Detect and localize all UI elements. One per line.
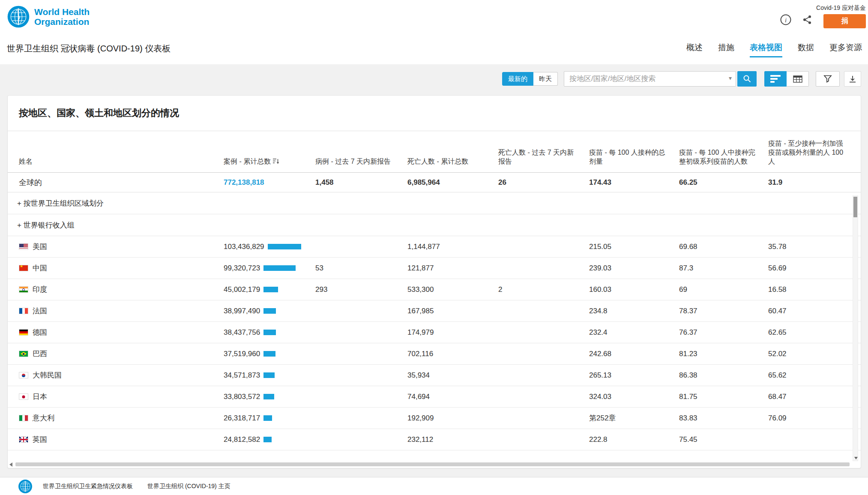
country-name: 英国 [33, 435, 47, 444]
deaths-total: 232,112 [407, 429, 498, 450]
nav-table-view[interactable]: 表格视图 [750, 42, 782, 57]
download-button[interactable] [844, 71, 861, 87]
who-logo-text: World Health Organization [34, 7, 90, 27]
scroll-down-arrow-icon[interactable] [854, 457, 858, 459]
horizontal-scrollbar[interactable] [9, 462, 850, 467]
deaths-7d [498, 365, 589, 386]
col-header-cases-7d: 病例 - 过去 7 天内新报告 [315, 131, 407, 173]
vax-primary: 86.38 [679, 365, 768, 386]
column-header-row: 姓名 案例 - 累计总数 病例 - 过去 7 天内新报告 死亡人数 - 累计总数… [8, 131, 861, 173]
bar-chart-icon [770, 75, 781, 83]
footer-link-emergencies-dashboard[interactable]: 世界卫生组织卫生紧急情况仪表板 [43, 483, 133, 490]
cases-7d [315, 322, 407, 343]
cases-bar [263, 330, 276, 335]
deaths-total: 1,144,877 [407, 236, 498, 258]
sort-icon[interactable] [272, 158, 279, 165]
table-row[interactable]: 印度45,002,179293533,3002160.036916.58 [8, 279, 861, 300]
cases-bar [263, 351, 275, 357]
search-button[interactable] [737, 71, 757, 87]
horizontal-scrollbar-thumb[interactable] [15, 462, 850, 466]
vertical-scrollbar[interactable] [853, 195, 858, 461]
vax-booster: 62.65 [768, 322, 861, 343]
deaths-total: 702,116 [407, 343, 498, 365]
info-icon[interactable]: i [780, 14, 792, 26]
table-row[interactable]: 中国99,320,72353121,877239.0387.356.69 [8, 258, 861, 279]
country-name: 印度 [33, 285, 47, 294]
table-row[interactable]: 美国103,436,8291,144,877215.0569.6835.78 [8, 236, 861, 258]
table-view-button[interactable] [787, 71, 809, 87]
cases-total: 99,320,723 [224, 264, 260, 272]
who-footer-emblem-icon [18, 479, 33, 494]
table-row[interactable]: 法国38,997,490167,985234.878.3760.47 [8, 300, 861, 322]
cases-bar [263, 287, 278, 292]
fund-label: Covid-19 应对基金 [816, 4, 866, 12]
footer: 世界卫生组织卫生紧急情况仪表板 世界卫生组织 (COVID-19) 主页 [0, 477, 868, 495]
donate-block: Covid-19 应对基金 捐 [816, 4, 866, 28]
nav-data[interactable]: 数据 [798, 42, 814, 57]
who-logo[interactable]: World Health Organization [7, 5, 90, 28]
deaths-total: 192,909 [407, 408, 498, 429]
global-deaths-7d: 26 [498, 173, 589, 192]
vax-doses: 215.05 [589, 236, 679, 258]
vax-doses: 160.03 [589, 279, 679, 300]
col-header-cases-total[interactable]: 案例 - 累计总数 [224, 131, 315, 173]
vax-booster [768, 429, 861, 450]
deaths-7d [498, 258, 589, 279]
main-nav: 概述 措施 表格视图 数据 更多资源 [686, 42, 862, 57]
deaths-7d [498, 236, 589, 258]
cases-bar [263, 415, 272, 421]
deaths-total: 121,877 [407, 258, 498, 279]
vertical-scrollbar-thumb[interactable] [853, 197, 857, 217]
data-table-card: 按地区、国家、领土和地区划分的情况 姓名 案例 - 累计总数 病例 - 过去 7… [7, 95, 861, 468]
latest-button[interactable]: 最新的 [502, 72, 533, 86]
table-row[interactable]: 英国24,812,582232,112222.875.45 [8, 429, 861, 450]
deaths-7d: 2 [498, 279, 589, 300]
search-icon [743, 75, 751, 83]
cases-7d: 53 [315, 258, 407, 279]
group-expand-row[interactable]: + 按世界卫生组织区域划分 [8, 192, 861, 214]
table-row[interactable]: 巴西37,519,960702,116242.6881.2352.02 [8, 343, 861, 365]
logo-line1: World Health [34, 7, 90, 17]
vax-doses: 232.4 [589, 322, 679, 343]
share-icon[interactable] [801, 14, 813, 26]
vax-primary: 83.83 [679, 408, 768, 429]
nav-measures[interactable]: 措施 [718, 42, 734, 57]
global-vax-booster: 31.9 [768, 173, 861, 192]
cases-7d: 293 [315, 279, 407, 300]
table-row[interactable]: 意大利26,318,717192,909第252章83.8376.09 [8, 408, 861, 429]
global-deaths-total: 6,985,964 [407, 173, 498, 192]
table-row[interactable]: 日本33,803,57274,694324.0381.7568.47 [8, 386, 861, 408]
yesterday-button[interactable]: 昨天 [533, 72, 558, 86]
country-name: 德国 [33, 328, 47, 336]
deaths-total: 35,934 [407, 365, 498, 386]
kr-flag-icon [19, 372, 28, 378]
table-row[interactable]: 德国38,437,756174,979232.476.3762.65 [8, 322, 861, 343]
filter-button[interactable] [816, 71, 840, 87]
fr-flag-icon [19, 308, 28, 314]
group-expand-row[interactable]: + 世界银行收入组 [8, 214, 861, 236]
cases-bar [263, 394, 274, 399]
global-cases-link[interactable]: 772,138,818 [224, 178, 264, 186]
table-row[interactable]: 大韩民国34,571,87335,934265.1386.3865.62 [8, 365, 861, 386]
nav-overview[interactable]: 概述 [686, 42, 703, 57]
in-flag-icon [19, 286, 28, 293]
global-vax-primary: 66.25 [679, 173, 768, 192]
de-flag-icon [19, 329, 28, 336]
deaths-7d [498, 322, 589, 343]
footer-link-covid-home[interactable]: 世界卫生组织 (COVID-19) 主页 [147, 483, 230, 490]
cases-7d [315, 429, 407, 450]
vax-booster: 16.58 [768, 279, 861, 300]
country-name: 中国 [33, 264, 47, 272]
search-input[interactable] [564, 71, 736, 87]
country-name: 大韩民国 [33, 371, 62, 379]
bar-view-button[interactable] [764, 71, 787, 87]
header: World Health Organization i Covid-19 应对基… [0, 0, 868, 64]
country-name: 巴西 [33, 350, 47, 358]
nav-more-resources[interactable]: 更多资源 [829, 42, 862, 57]
search-select: ▾ [564, 71, 736, 87]
vax-primary: 69.68 [679, 236, 768, 258]
donate-button[interactable]: 捐 [823, 14, 866, 28]
global-name: 全球的 [8, 173, 224, 192]
deaths-total: 174,979 [407, 322, 498, 343]
scroll-left-arrow-icon[interactable] [9, 462, 12, 467]
